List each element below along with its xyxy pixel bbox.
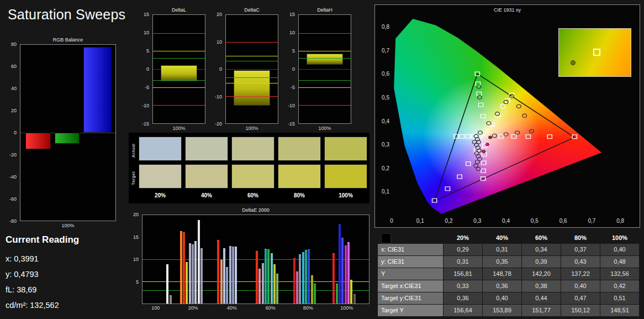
y-axis-tick: -5 [138,85,149,90]
table-row: Target y:CIE310,360,400,440,470,51 [378,292,640,304]
target-point [501,104,505,108]
measured-dot [488,136,492,139]
delta-l-title: DeltaL [152,7,205,13]
deltae-bar [314,284,316,304]
table-header-cell: 60% [522,232,561,243]
deltae-bar [166,264,168,304]
y-axis-tick: 0,3 [376,142,389,148]
delta-h-xlabel: 100% [298,125,351,131]
table-cell: 0,40 [483,292,521,304]
reference-line [226,83,278,83]
row-label: Y [378,268,443,280]
delta-l-plot [152,14,205,124]
y-axis-tick: 0,6 [376,71,389,77]
deltae-bar [200,248,203,304]
y-axis-tick: 15 [284,12,295,17]
y-axis-tick: -15 [138,121,149,127]
measured-point [475,160,479,164]
deltae-bar [192,244,194,304]
deltae-bar [217,240,219,304]
table-cell: 0,39 [522,256,561,268]
y-axis-tick: 0 [3,130,17,135]
rgb-balance-title: RGB Balance [20,36,116,43]
sweep-table: 20%40%60%80%100%x: CIE310,290,310,340,37… [378,232,640,316]
reference-line [299,58,351,59]
reading-x: x: 0,3991 [6,251,79,266]
delta-e-x-axis: 10020%40%60%80%100% [142,304,369,312]
deltae-bar [299,254,301,304]
target-point [499,134,503,138]
page-title: Saturation Sweeps [8,7,125,23]
swatch-target-100% [324,164,367,189]
table-header-cell: 80% [561,232,600,243]
target-point [466,162,471,166]
swatch-percent-label: 60% [231,192,275,198]
deltae-bar [180,231,182,304]
x-axis-tick: 0 [390,218,393,224]
y-axis-tick: 0,4 [376,118,389,124]
delta-e-2000-chart: DeltaE 2000 2015105 10020%40%60%80%100% [129,207,369,312]
table-cell: 0,51 [600,292,639,304]
swatch-percent-label: 100% [324,192,367,198]
cie-1931-title: CIE 1931 xy [375,7,640,13]
delta-l-plot-wrap: 151050-5-10-15 [138,14,205,124]
deltae-bar [273,264,276,304]
x-axis-tick: 60% [266,305,276,311]
table-cell: 0,40 [600,244,639,255]
target-row-label: Target [131,166,136,190]
deltae-bar [262,263,264,304]
target-point [481,114,485,118]
y-axis-tick: 20 [211,12,222,17]
measured-point [478,96,482,99]
measured-dot [482,150,485,153]
y-axis-tick: 10 [211,39,222,45]
row-label: Target x:CIE31 [378,280,443,292]
delta-l-xlabel: 100% [152,125,205,131]
table-cell: 0,31 [444,256,482,268]
target-point [526,135,530,139]
y-axis-tick: 60 [3,64,17,69]
rgb-bar-red [25,133,51,149]
y-axis-tick: 0,1 [376,189,389,195]
y-axis-tick: 15 [138,12,149,17]
table-cell: 153,89 [483,305,521,316]
table-row: x: CIE310,290,310,340,370,40 [378,244,640,255]
deltae-bar [332,253,335,304]
swatch-actual-60% [231,137,275,161]
zero-gridline [299,69,351,70]
sweep-values-table: 20%40%60%80%100%x: CIE310,290,310,340,37… [378,232,640,317]
measured-point [476,167,481,170]
x-axis-tick: 20% [188,305,198,311]
delta-e-2000-title: DeltaE 2000 [142,207,369,213]
reference-line [226,77,278,78]
legend-swatch [381,233,391,243]
reading-fl: fL: 38,69 [6,282,79,297]
reference-line [226,96,278,97]
swatch-grid [139,137,367,192]
target-point [460,134,464,138]
table-cell: 0,42 [600,280,639,292]
y-axis-tick: 0 [284,66,295,72]
delta-c-chart: DeltaC 20100-10-20 100% [211,7,278,131]
current-reading: Current Reading x: 0,3991 y: 0,4793 fL: … [6,234,79,313]
reference-line [153,80,205,81]
x-axis-tick: 0,5 [531,218,539,224]
deltae-bar [311,275,313,304]
y-axis-tick: -40 [3,174,17,180]
reading-y: y: 0,4793 [6,266,79,282]
deltae-bar [293,258,295,304]
table-cell: 156,64 [444,305,482,316]
rgb-balance-chart: RGB Balance 806040200-20-40-60-80 100% [3,36,116,228]
target-point [445,187,450,191]
table-cell: 0,35 [483,256,521,268]
y-axis-tick: -10 [284,103,295,108]
delta-l-chart: DeltaL 151050-5-10-15 100% [138,7,205,131]
delta-c-plot [225,14,278,124]
x-axis-tick: 40% [227,305,237,311]
table-cell: 151,77 [522,305,561,316]
y-axis-tick: 80 [3,41,17,47]
deltae-bar [336,284,338,304]
x-axis-tick: 100% [340,305,353,311]
target-point [478,103,483,107]
swatch-actual-40% [185,137,228,161]
